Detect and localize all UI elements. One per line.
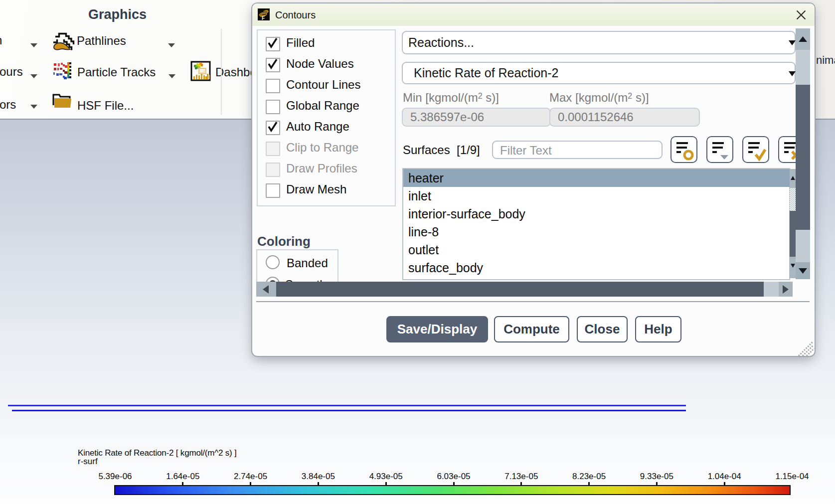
svg-text:F: F bbox=[262, 15, 265, 20]
